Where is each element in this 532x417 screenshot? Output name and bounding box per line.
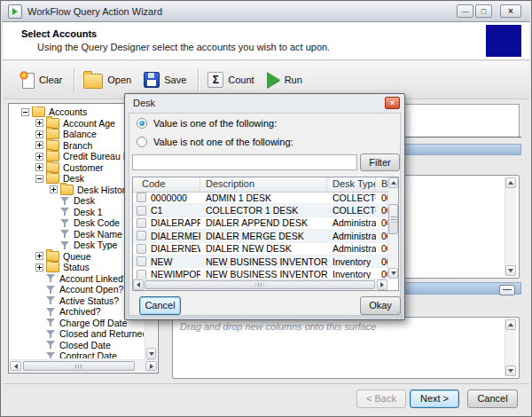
scroll-up-icon[interactable] [505, 319, 516, 330]
scroll-left-icon[interactable] [10, 361, 21, 371]
scroll-up-icon[interactable] [388, 177, 398, 188]
dialog-title: Desk [133, 98, 155, 108]
tree-item[interactable]: Closed and Returned? [11, 328, 144, 340]
scroll-up-icon[interactable] [505, 177, 516, 188]
tree-horizontal-scrollbar[interactable] [10, 359, 157, 372]
expand-expander-icon[interactable] [35, 252, 43, 260]
open-folder-icon [83, 74, 103, 89]
scroll-down-icon[interactable] [388, 268, 398, 279]
radio-value-is-one-of[interactable]: Value is one of the following: [137, 118, 277, 129]
scroll-down-icon[interactable] [505, 265, 516, 276]
expand-expander-icon[interactable] [35, 163, 43, 171]
row-checkbox[interactable] [137, 244, 146, 254]
funnel-icon [46, 351, 56, 358]
run-button[interactable]: Run [262, 69, 310, 90]
scroll-thumb[interactable] [388, 204, 398, 234]
table-header: Code Description Desk Type Bra [133, 177, 387, 193]
row-checkbox[interactable] [137, 231, 146, 240]
scrollbar[interactable] [505, 319, 516, 376]
toolbar-separator [74, 68, 75, 92]
dialog-cancel-button[interactable]: Cancel [139, 296, 181, 315]
funnel-icon [46, 273, 56, 283]
expand-expander-icon[interactable] [35, 264, 43, 271]
table-horizontal-scrollbar[interactable] [133, 279, 387, 290]
scroll-down-icon[interactable] [505, 366, 516, 376]
column-header-description[interactable]: Description [200, 177, 327, 192]
window-title: WorkFlow Query Action Wizard [27, 6, 162, 17]
collapse-expander-icon[interactable] [35, 175, 43, 183]
clear-button[interactable]: Clear [15, 68, 70, 91]
tree-item[interactable]: Contract Date [11, 350, 144, 358]
scroll-thumb[interactable] [145, 280, 375, 289]
funnel-icon [46, 329, 56, 339]
close-button[interactable]: × [500, 4, 521, 18]
next-button[interactable]: Next > [410, 389, 459, 408]
radio-value-is-not-one-of[interactable]: Value is not one of the following: [137, 137, 293, 147]
table-row[interactable]: DIALERNEW DIALER NEW DESK Administrator … [133, 243, 387, 256]
table-row[interactable]: DIALERAPPD DIALER APPEND DESK Administra… [133, 217, 387, 230]
table-vertical-scrollbar[interactable] [387, 177, 398, 279]
row-checkbox[interactable] [137, 256, 146, 266]
resize-grip[interactable] [395, 311, 403, 318]
filter-input[interactable] [132, 154, 357, 170]
funnel-icon [46, 307, 56, 317]
row-checkbox[interactable] [137, 270, 146, 279]
footer-divider [3, 383, 529, 384]
table-body: 0000000 ADMIN 1 DESK COLLECTOR 000 C1 CO… [133, 192, 387, 279]
row-checkbox[interactable] [137, 206, 146, 216]
scroll-left-icon[interactable] [133, 279, 144, 290]
column-header-code[interactable]: Code [133, 177, 200, 192]
funnel-icon [60, 207, 70, 216]
minimize-button[interactable]: — [457, 4, 473, 18]
funnel-icon [46, 285, 56, 295]
folder-icon [32, 106, 45, 117]
scroll-thumb[interactable] [23, 361, 135, 371]
row-checkbox[interactable] [137, 218, 146, 228]
scroll-right-icon[interactable] [377, 279, 387, 290]
table-row[interactable]: C1 COLLECTOR 1 DESK COLLECTOR 000 [133, 204, 387, 216]
tree-item[interactable]: Closed Date [11, 340, 144, 351]
table-row[interactable]: DIALERMERG DIALER MERGE DESK Administrat… [133, 230, 387, 242]
collapse-expander-icon[interactable] [21, 108, 29, 116]
desk-dialog: Desk × Value is one of the following: Va… [124, 93, 405, 320]
row-checkbox[interactable] [137, 193, 146, 202]
sigma-icon: Σ [207, 72, 223, 88]
funnel-icon [46, 295, 56, 305]
expand-expander-icon[interactable] [35, 119, 43, 127]
app-icon [8, 4, 22, 19]
maximize-button[interactable]: □ [475, 4, 492, 18]
scroll-right-icon[interactable] [145, 361, 157, 371]
toolbar-separator [198, 68, 200, 92]
funnel-icon [60, 240, 70, 250]
cancel-button[interactable]: Cancel [467, 389, 518, 408]
page-title: Select Accounts [21, 28, 97, 39]
count-button[interactable]: Σ Count [203, 69, 262, 90]
expand-expander-icon[interactable] [35, 153, 43, 161]
folder-icon [60, 185, 74, 195]
table-row[interactable]: 0000000 ADMIN 1 DESK COLLECTOR 000 [133, 192, 387, 204]
save-button[interactable]: Save [139, 69, 194, 90]
clear-page-icon [20, 71, 35, 89]
scrollbar[interactable] [505, 177, 516, 276]
expand-expander-icon[interactable] [35, 141, 43, 149]
expand-expander-icon[interactable] [35, 130, 43, 138]
open-button[interactable]: Open [79, 68, 139, 91]
funnel-icon [46, 340, 56, 350]
collapse-icon[interactable] [499, 285, 515, 295]
wizard-window: WorkFlow Query Action Wizard — □ × Selec… [0, 0, 532, 417]
radio-unselected-icon[interactable] [137, 137, 147, 147]
funnel-icon [60, 229, 70, 239]
filter-button[interactable]: Filter [360, 153, 400, 171]
expand-expander-icon[interactable] [50, 185, 58, 193]
folder-icon [46, 173, 59, 184]
desk-table: Code Description Desk Type Bra 0000000 A… [132, 177, 399, 291]
dialog-close-icon[interactable]: × [385, 97, 400, 109]
scroll-down-icon[interactable] [146, 348, 156, 359]
header-accent-square [486, 25, 521, 57]
table-row[interactable]: NEWIMPORT NEW BUSINESS INVENTORY IMPORT … [133, 268, 387, 279]
column-header-desk-type[interactable]: Desk Type [327, 177, 376, 192]
drop-surface-panel[interactable]: Drag and drop new columns onto this surf… [172, 317, 520, 379]
wizard-header: Select Accounts Using the Query Designer… [3, 21, 529, 60]
radio-selected-icon[interactable] [137, 118, 147, 129]
table-row[interactable]: NEW NEW BUSINESS INVENTORY Inventory 000 [133, 256, 387, 268]
